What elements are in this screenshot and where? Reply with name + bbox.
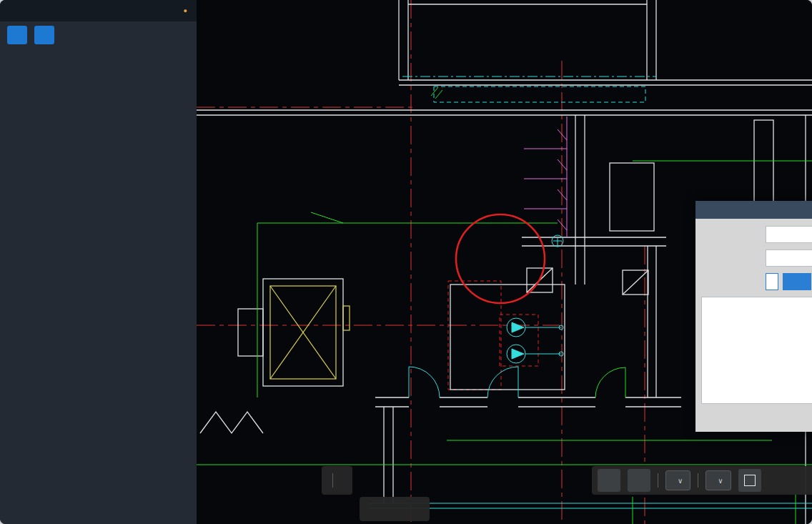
annotation-panel: ∨ bbox=[695, 201, 812, 432]
square-icon bbox=[744, 475, 756, 486]
cad-centerlines bbox=[197, 0, 645, 524]
sidebar-actions bbox=[0, 21, 197, 49]
sidebar-header: ● bbox=[0, 0, 197, 21]
divider bbox=[332, 473, 333, 488]
issue-type-select[interactable]: ∨ bbox=[766, 226, 812, 243]
cad-red-dashed bbox=[448, 281, 538, 390]
cad-stalls bbox=[524, 117, 567, 237]
chevron-down-icon: ∨ bbox=[718, 477, 723, 485]
chevron-down-icon: ∨ bbox=[678, 477, 683, 485]
annotation-panel-body: ∨ bbox=[695, 219, 812, 410]
divider bbox=[698, 473, 698, 488]
annotation-panel-title bbox=[695, 201, 812, 219]
code-input[interactable] bbox=[766, 249, 812, 267]
viewer-toolbar: ∨ ∨ bbox=[592, 466, 812, 495]
review-textarea[interactable] bbox=[701, 297, 812, 404]
drawing-toolbar bbox=[322, 466, 352, 495]
annotation-circle[interactable] bbox=[456, 214, 545, 303]
zoom-dropdown[interactable]: ∨ bbox=[705, 470, 731, 490]
cad-yellow-details bbox=[270, 286, 350, 379]
insert-button[interactable] bbox=[783, 273, 811, 290]
cad-canvas[interactable]: ∨ bbox=[197, 0, 812, 524]
check-finish-button[interactable] bbox=[34, 26, 54, 44]
layers-button[interactable] bbox=[738, 469, 761, 492]
sidebar: ● bbox=[0, 0, 197, 524]
switch-drawing-dropdown[interactable]: ∨ bbox=[665, 470, 690, 490]
sidebar-tree bbox=[0, 49, 197, 524]
special-symbol-button[interactable] bbox=[766, 273, 778, 290]
next-drawing-button[interactable] bbox=[628, 469, 650, 492]
style-toolbar bbox=[360, 497, 430, 521]
app-window: ● bbox=[0, 0, 812, 524]
status-dot-icon: ● bbox=[184, 7, 187, 14]
status-badge: ● bbox=[182, 7, 189, 14]
opinion-manage-button[interactable] bbox=[7, 26, 27, 44]
current-color-swatch[interactable] bbox=[368, 500, 385, 518]
prev-drawing-button[interactable] bbox=[598, 469, 620, 492]
divider bbox=[658, 473, 658, 488]
